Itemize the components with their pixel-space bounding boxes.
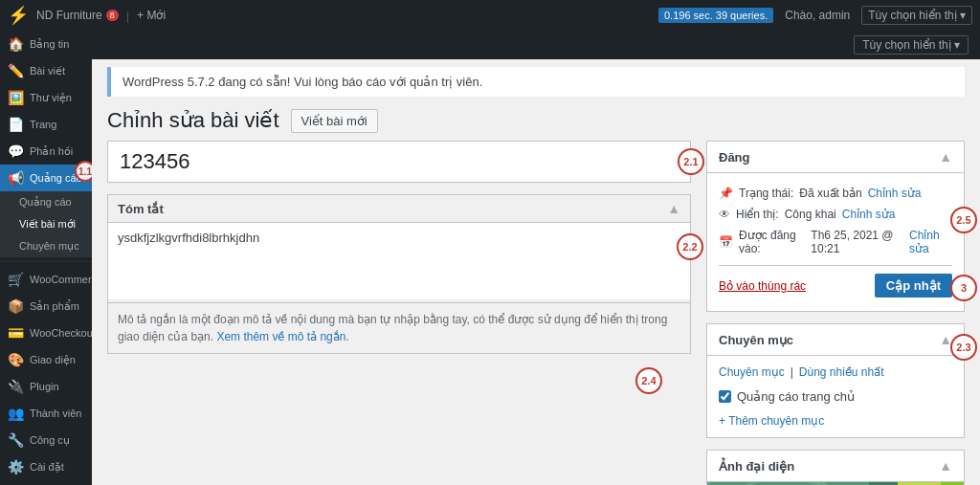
greeting-text: Chào, admin: [785, 9, 850, 22]
sidebar-label-thu-vien: Thư viện: [30, 91, 72, 104]
editor-layout: 2.1 Tóm tắt ▲ ysdkfjzlkgvrfhdi8lbrhkjdhn…: [92, 141, 980, 485]
performance-badge: 0.196 sec. 39 queries.: [658, 8, 773, 23]
sidebar-item-giao-dien[interactable]: 🎨 Giao diện: [0, 346, 92, 373]
top-bar: ⚡ ND Furniture 8 | + Mới 0.196 sec. 39 q…: [0, 0, 980, 31]
dang-panel: Đăng ▲ 📌 Trạng thái: Đã xuất bản Chỉnh s…: [706, 141, 965, 312]
trang-thai-value: Đã xuất bản: [799, 187, 861, 200]
main-layout: 🏠 Bảng tin ✏️ Bài viết 🖼️ Thư viện 📄 Tra…: [0, 31, 980, 485]
popular-tab-link[interactable]: Dùng nhiều nhất: [799, 365, 884, 379]
hien-thi-label: Hiển thị:: [736, 208, 779, 221]
sub-item-chuyen-muc-sub[interactable]: Chuyên mục: [0, 235, 92, 257]
theme-icon: 🎨: [8, 352, 24, 367]
page-title: Chỉnh sửa bài viết: [107, 108, 279, 133]
mo-ta-ngan-text: Mô tả ngắn là một đoạn mô tả về nội dung…: [108, 302, 690, 353]
ngay-dang-edit-link[interactable]: Chỉnh sửa: [909, 229, 952, 255]
sidebar: 🏠 Bảng tin ✏️ Bài viết 🖼️ Thư viện 📄 Tra…: [0, 31, 92, 485]
home-icon: 🏠: [8, 36, 24, 52]
trang-thai-row: 📌 Trạng thái: Đã xuất bản Chỉnh sửa: [719, 183, 952, 204]
editor-sidebar: Đăng ▲ 📌 Trạng thái: Đã xuất bản Chỉnh s…: [706, 141, 965, 485]
cap-nhat-button[interactable]: Cập nhật: [875, 274, 952, 298]
quang-cao-submenu: Quảng cáo Viết bài mới Chuyên mục: [0, 191, 92, 257]
page-icon: 📄: [8, 117, 24, 132]
sidebar-item-san-pham[interactable]: 📦 Sản phẩm: [0, 293, 92, 320]
collapse-chuyen-muc[interactable]: ▲: [939, 332, 952, 347]
tom-tat-label: Tóm tắt: [118, 202, 164, 216]
ngay-dang-label: Được đăng vào:: [739, 229, 805, 255]
ads-icon: 📢: [8, 170, 24, 186]
sidebar-label-san-pham: Sản phẩm: [30, 299, 79, 313]
annotation-11: 1.1: [75, 161, 92, 182]
tools-icon: 🔧: [8, 432, 24, 448]
anh-label: Ảnh đại diện: [719, 459, 794, 474]
sidebar-label-woocheckout: WooCheckout: [30, 326, 92, 340]
sidebar-item-bang-tin[interactable]: 🏠 Bảng tin: [0, 31, 92, 57]
tom-tat-textarea[interactable]: ysdkfjzlkgvrfhdi8lbrhkjdhn: [108, 223, 690, 299]
add-new-button[interactable]: Viết bài mới: [291, 109, 378, 133]
tom-tat-panel: Tóm tắt ▲ ysdkfjzlkgvrfhdi8lbrhkjdhn Mô …: [107, 194, 691, 354]
sidebar-label-trang: Trang: [30, 118, 56, 131]
sidebar-label-cong-cu: Công cụ: [30, 433, 70, 447]
anh-panel-header: Ảnh đại diện ▲: [707, 451, 964, 482]
them-chuyen-muc-link[interactable]: + Thêm chuyên mục: [719, 414, 952, 428]
eye-icon: 👁: [719, 208, 730, 221]
sidebar-label-giao-dien: Giao diện: [30, 353, 76, 366]
page-header: Chỉnh sửa bài viết Viết bài mới: [92, 104, 980, 141]
sidebar-item-cai-dat[interactable]: ⚙️ Cài đặt: [0, 453, 92, 480]
sub-item-viet-bai-moi[interactable]: Viết bài mới: [0, 213, 92, 235]
sidebar-item-woocheckout[interactable]: 💳 WooCheckout: [0, 320, 92, 346]
notice-text: WordPress 5.7.2 đang có sẵn! Vui lòng bá…: [122, 75, 482, 89]
product-icon: 📦: [8, 298, 24, 314]
collapse-tom-tat[interactable]: ▲: [667, 201, 680, 216]
tuy-chon-button[interactable]: Tùy chọn hiển thị ▾: [861, 6, 972, 25]
trang-thai-edit-link[interactable]: Chỉnh sửa: [868, 187, 922, 200]
checkout-icon: 💳: [8, 325, 24, 341]
sidebar-item-thu-vien[interactable]: 🖼️ Thư viện: [0, 84, 92, 111]
chuyen-muc-header: Chuyên mục ▲: [707, 324, 964, 356]
tuy-chon-hien-thi-button[interactable]: Tùy chọn hiển thị ▾: [854, 35, 969, 55]
all-tab-link[interactable]: Chuyên mục: [719, 365, 785, 379]
sidebar-item-cong-cu[interactable]: 🔧 Công cụ: [0, 427, 92, 453]
top-bar-right: 0.196 sec. 39 queries. Chào, admin Tùy c…: [658, 6, 972, 25]
plugin-icon: 🔌: [8, 379, 24, 394]
chuyen-muc-checkbox-item: Quảng cáo trang chủ: [719, 386, 952, 407]
sidebar-item-plugin[interactable]: 🔌 Plugin: [0, 373, 92, 400]
site-name[interactable]: ND Furniture 8: [36, 9, 119, 22]
sidebar-item-kusanagi[interactable]: 🔷 KUSANAGI: [0, 480, 92, 485]
sidebar-label-bai-viet: Bài viết: [30, 64, 65, 77]
dang-panel-body: 📌 Trạng thái: Đã xuất bản Chỉnh sửa 👁 Hi…: [707, 173, 964, 311]
bo-vao-thung-button[interactable]: Bỏ vào thùng rác: [719, 279, 806, 293]
sidebar-item-trang[interactable]: 📄 Trang: [0, 111, 92, 138]
hien-thi-edit-link[interactable]: Chỉnh sửa: [842, 208, 896, 221]
second-bar: Tùy chọn hiển thị ▾: [92, 31, 980, 59]
dang-label: Đăng: [719, 150, 750, 165]
sidebar-item-woocommerce[interactable]: 🛒 WooCommerce: [0, 266, 92, 293]
sidebar-label-cai-dat: Cài đặt: [30, 460, 64, 474]
chuyen-muc-checkbox[interactable]: [719, 390, 731, 403]
trang-thai-label: Trạng thái:: [739, 187, 793, 200]
sidebar-item-phan-hoi[interactable]: 💬 Phản hồi: [0, 138, 92, 165]
sidebar-item-bai-viet[interactable]: ✏️ Bài viết: [0, 57, 92, 84]
sidebar-label-phan-hoi: Phản hồi: [30, 144, 73, 158]
status-icon: 📌: [719, 187, 733, 200]
chuyen-muc-body: Chuyên mục | Dùng nhiều nhất Quảng cáo t…: [707, 356, 964, 437]
content-area: Tùy chọn hiển thị ▾ WordPress 5.7.2 đang…: [92, 31, 980, 485]
anh-dai-dien-panel: Ảnh đại diện ▲: [706, 450, 965, 485]
collapse-dang[interactable]: ▲: [939, 149, 952, 165]
separator: [0, 261, 92, 262]
annotation-24-container: 2.4: [107, 365, 691, 394]
sidebar-item-thanh-vien[interactable]: 👥 Thành viên: [0, 400, 92, 427]
tom-tat-header: Tóm tắt ▲: [108, 195, 690, 223]
title-input[interactable]: [107, 141, 691, 183]
dang-panel-header: Đăng ▲: [707, 142, 964, 173]
chuyen-muc-panel: Chuyên mục ▲ Chuyên mục | Dùng nhiều nhấ…: [706, 323, 965, 438]
sidebar-label-thanh-vien: Thành viên: [30, 407, 81, 420]
xem-them-link[interactable]: Xem thêm về mô tả ngắn.: [216, 330, 348, 343]
collapse-anh[interactable]: ▲: [939, 458, 952, 474]
sidebar-item-quang-cao[interactable]: 📢 Quảng cáo 1.1: [0, 165, 92, 191]
editor-main: 2.1 Tóm tắt ▲ ysdkfjzlkgvrfhdi8lbrhkjdhn…: [107, 141, 691, 485]
wp-logo-icon: ⚡: [8, 5, 29, 26]
sub-item-quang-cao[interactable]: Quảng cáo: [0, 191, 92, 213]
chuyen-muc-checkbox-label: Quảng cáo trang chủ: [737, 389, 855, 404]
add-new-link[interactable]: + Mới: [137, 9, 166, 22]
comment-icon: 💬: [8, 143, 24, 159]
